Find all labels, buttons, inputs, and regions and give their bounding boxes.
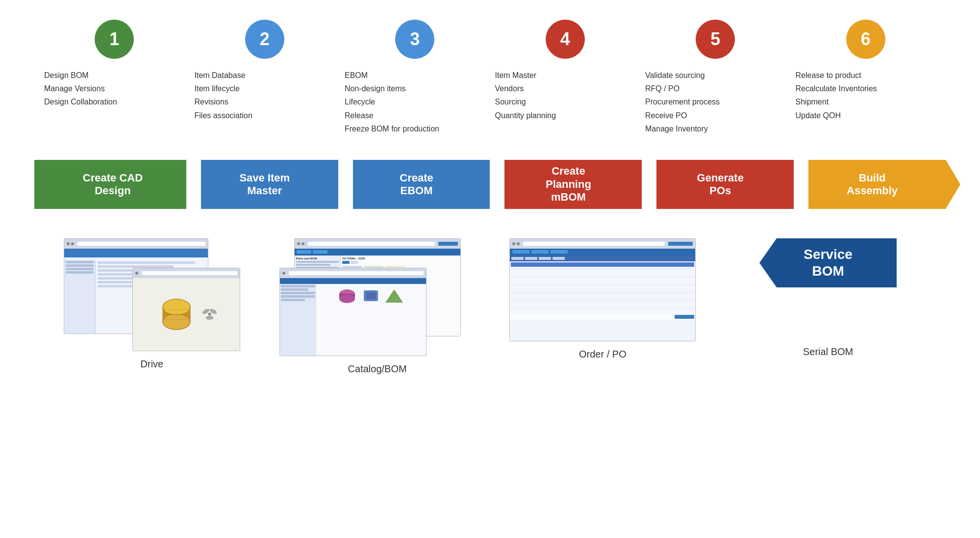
step-1-feature-3: Design Collaboration [44, 95, 117, 108]
step-4-feature-2: Vendors [495, 82, 556, 95]
drive-col: Drive [39, 238, 265, 370]
step-2-feature-4: Files association [195, 109, 252, 122]
step-5-feature-2: RFQ / PO [645, 82, 720, 95]
tr-10 [511, 303, 694, 306]
step-4-features: Item Master Vendors Sourcing Quantity pl… [495, 69, 556, 122]
step-5-feature-3: Procurement process [645, 95, 720, 108]
3d-obj-3 [383, 288, 405, 305]
th-3 [557, 262, 579, 267]
catalog-front-header [280, 278, 426, 284]
o-dot-2 [517, 242, 520, 245]
order-sub-nav [510, 256, 695, 261]
tr-6 [511, 287, 694, 290]
step-2-feature-1: Item Database [195, 69, 252, 82]
osn-2 [525, 257, 537, 260]
front-sidebar [280, 284, 317, 356]
o-addr [523, 242, 665, 246]
drive-screenshots [64, 238, 240, 351]
fs-r4 [281, 295, 316, 298]
step-3-feature-2: Non-design items [345, 82, 439, 95]
arrow-create-ebom: CreateEBOM [338, 160, 490, 209]
3d-obj-2 [360, 288, 382, 305]
main-page: 1 Design BOM Manage Versions Design Coll… [0, 0, 980, 394]
svg-point-19 [339, 294, 355, 303]
order-search-area [511, 315, 694, 319]
fs-r2 [281, 288, 308, 291]
step-6-feature-4: Update QOH [796, 109, 877, 122]
s-r2 [66, 264, 94, 267]
tr-5 [511, 283, 694, 286]
th-5 [626, 262, 648, 267]
view-btn-2 [351, 261, 358, 264]
drive-screenshot-front [132, 268, 240, 351]
catalog-front-bar [280, 268, 426, 278]
step-6-feature-3: Shipment [796, 95, 877, 108]
c-dot-2 [302, 242, 304, 245]
cs-r1 [296, 261, 339, 263]
arrow-save-item: Save ItemMaster [186, 160, 338, 209]
arrow-save-item-label: Save ItemMaster [229, 172, 295, 198]
th-2 [534, 262, 556, 267]
catalog-col: Parts and BOM All ITEMs - Z209 [265, 238, 490, 375]
catalog-browser-bar [295, 239, 460, 249]
th-6 [649, 262, 671, 267]
step-3: 3 EBOM Non-design items Lifecycle Releas… [340, 20, 490, 135]
3d-model-svg [154, 292, 199, 336]
osn-4 [553, 257, 565, 260]
tr-1 [511, 267, 694, 271]
catalog-label: Catalog/BOM [348, 363, 407, 375]
step-3-feature-4: Release [345, 109, 439, 122]
dot-3 [135, 272, 138, 275]
address-bar [77, 242, 205, 246]
step-6: 6 Release to product Recalculate Invento… [791, 20, 941, 135]
bottom-section: Drive [29, 238, 951, 375]
cf-dot [282, 272, 285, 275]
th-4 [580, 262, 625, 267]
c-nav-1 [297, 250, 311, 254]
tr-12 [511, 310, 694, 314]
on-3 [551, 250, 568, 254]
arrow-create-ebom-label: CreateEBOM [390, 172, 438, 198]
osn-1 [511, 257, 524, 260]
table-header-row [511, 262, 694, 267]
order-label: Order / PO [579, 349, 627, 360]
step-5-feature-5: Manage Inventory [645, 122, 720, 135]
catalog-nav [295, 249, 460, 256]
order-search-btn [675, 315, 694, 319]
fs-r3 [281, 292, 316, 294]
step-3-features: EBOM Non-design items Lifecycle Release … [345, 69, 439, 135]
svg-point-10 [205, 316, 213, 320]
step-2: 2 Item Database Item lifecycle Revisions… [190, 20, 340, 135]
serial-bom-col: ServiceBOM Serial BOM [715, 238, 941, 358]
service-bom-arrow: ServiceBOM [759, 238, 897, 287]
o-search-btn [668, 242, 693, 246]
s-r4 [66, 271, 94, 274]
3d-objects-row [318, 288, 425, 305]
order-browser-bar [510, 239, 695, 249]
tr-7 [511, 291, 694, 294]
arrow-generate-pos: GeneratePOs [642, 160, 794, 209]
c-btn [438, 242, 458, 246]
3d-view-area [133, 278, 240, 351]
catalog-front-content [280, 284, 426, 356]
drive-header [64, 249, 208, 257]
svg-rect-21 [366, 292, 376, 299]
serial-bom-label: Serial BOM [803, 346, 853, 358]
arrow-generate-pos-label: GeneratePOs [687, 172, 749, 198]
catalog-screenshot-front [279, 268, 427, 356]
step-5: 5 Validate sourcing RFQ / PO Procurement… [640, 20, 791, 135]
step-3-feature-3: Lifecycle [345, 95, 439, 108]
step-1-feature-2: Manage Versions [44, 82, 117, 95]
svg-point-7 [208, 313, 211, 316]
th-1 [511, 262, 533, 267]
dot-1 [67, 242, 70, 245]
step-4-feature-1: Item Master [495, 69, 556, 82]
drive-label: Drive [141, 359, 164, 370]
th-7 [672, 262, 694, 267]
view-btn-1 [342, 261, 350, 264]
svg-point-2 [163, 314, 190, 330]
c-dot-1 [297, 242, 300, 245]
dr1 [98, 261, 195, 264]
step-5-feature-1: Validate sourcing [645, 69, 720, 82]
tr-2 [511, 271, 694, 275]
